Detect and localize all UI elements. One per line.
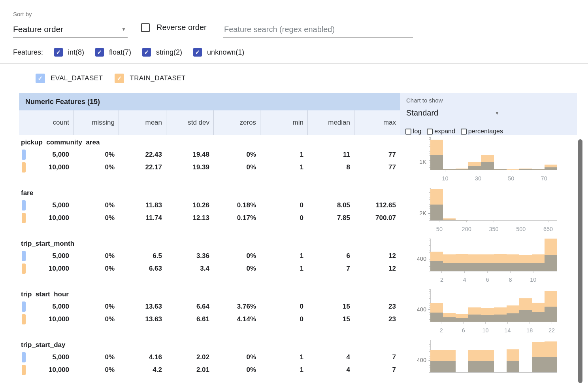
stat-missing: 0%	[73, 364, 119, 376]
chart-option-percentages[interactable]: percentages	[461, 128, 503, 135]
feature-stats: trip_start_hour5,0000%13.636.643.76%0152…	[19, 287, 400, 337]
checkbox-unchecked-icon[interactable]	[405, 129, 411, 135]
dataset-toggle-eval[interactable]: ✓EVAL_DATASET	[36, 74, 103, 83]
train-dataset-marker	[22, 162, 26, 173]
reverse-order-toggle[interactable]: Reverse order	[141, 23, 207, 32]
checkbox-checked-icon[interactable]: ✓	[95, 48, 104, 57]
feature-search-input[interactable]	[223, 21, 413, 38]
stat-median: 6	[307, 250, 354, 262]
svg-text:8: 8	[509, 277, 512, 283]
column-header-count: count	[19, 110, 73, 135]
stat-missing: 0%	[73, 148, 119, 161]
checkbox-checked-icon[interactable]: ✓	[142, 48, 151, 57]
svg-text:2: 2	[440, 277, 443, 283]
checkbox-unchecked-icon[interactable]	[427, 129, 433, 135]
stat-median: 11	[307, 148, 354, 161]
chart-controls-panel: Chart to show Standard ▼ logexpandpercen…	[400, 93, 577, 135]
feature-type-filter-int[interactable]: ✓int(8)	[54, 48, 84, 57]
stat-median: 8	[307, 161, 354, 174]
train-stats-row: 10,0000%11.7412.130.17%07.85700.07	[19, 212, 400, 224]
train-stats-row: 10,0000%13.636.614.14%01523	[19, 313, 400, 326]
checkbox-checked-icon[interactable]: ✓	[115, 74, 124, 83]
stat-median: 4	[307, 364, 354, 376]
stat-max: 12	[354, 262, 400, 275]
checkbox-checked-icon[interactable]: ✓	[36, 74, 45, 83]
stat-max: 23	[354, 300, 400, 313]
stat-missing: 0%	[73, 199, 119, 212]
checkbox-unchecked-icon[interactable]	[461, 129, 467, 135]
histogram-svg: 2K50200350500650	[400, 186, 577, 236]
stat-std-dev: 19.48	[166, 148, 213, 161]
scrollbar-thumb[interactable]	[578, 139, 582, 383]
sort-by-select[interactable]: Feature order ▼	[13, 21, 128, 38]
stat-zeros: 0%	[213, 250, 260, 262]
svg-text:14: 14	[504, 327, 511, 334]
stat-missing: 0%	[73, 212, 119, 224]
histogram-svg: 400	[400, 337, 577, 383]
reverse-order-checkbox[interactable]	[141, 23, 150, 32]
dropdown-caret-icon: ▼	[121, 27, 128, 32]
dataset-legend: ✓EVAL_DATASET✓TRAIN_DATASET	[0, 64, 588, 93]
eval-stats-row: 5,0000%4.162.020%147	[19, 351, 400, 364]
column-header-std-dev: std dev	[166, 110, 213, 135]
eval-dataset-marker	[22, 352, 26, 362]
dataset-toggle-train[interactable]: ✓TRAIN_DATASET	[115, 74, 186, 83]
stat-count: 5,000	[19, 300, 73, 313]
feature-histogram-chart[interactable]: 1K10305070	[400, 135, 577, 186]
train-stats-row: 10,0000%22.1719.390%1877	[19, 161, 400, 174]
sort-by-label: Sort by	[13, 11, 32, 17]
svg-text:50: 50	[508, 175, 514, 182]
stat-min: 1	[260, 262, 307, 275]
stat-count: 10,000	[19, 212, 73, 224]
svg-text:350: 350	[489, 226, 498, 232]
stat-mean: 13.63	[119, 300, 166, 313]
column-header-missing: missing	[73, 110, 119, 135]
stat-zeros: 0.18%	[213, 199, 260, 212]
eval-dataset-marker	[22, 150, 26, 160]
feature-type-filter-unknown[interactable]: ✓unknown(1)	[193, 48, 244, 57]
stat-min: 0	[260, 300, 307, 313]
stat-min: 0	[260, 199, 307, 212]
checkbox-checked-icon[interactable]: ✓	[54, 48, 63, 57]
stat-mean: 11.83	[119, 199, 166, 212]
feature-histogram-chart[interactable]: 4002610141822	[400, 287, 577, 337]
stat-count: 5,000	[19, 199, 73, 212]
stat-zeros: 0%	[213, 161, 260, 174]
checkbox-checked-icon[interactable]: ✓	[193, 48, 202, 57]
svg-text:400: 400	[417, 357, 426, 363]
feature-type-filter-float[interactable]: ✓float(7)	[95, 48, 131, 57]
feature-type-filter-row: Features: ✓int(8)✓float(7)✓string(2)✓unk…	[0, 41, 588, 64]
feature-histogram-chart[interactable]: 400	[400, 337, 577, 383]
feature-histogram-chart[interactable]: 400246810	[400, 236, 577, 287]
stat-median: 15	[307, 300, 354, 313]
chart-option-log[interactable]: log	[405, 128, 421, 135]
chart-option-expand[interactable]: expand	[427, 128, 455, 135]
stat-zeros: 0%	[213, 262, 260, 275]
stat-median: 8.05	[307, 199, 354, 212]
chart-type-select[interactable]: Standard ▼	[406, 106, 501, 120]
stat-min: 0	[260, 212, 307, 224]
svg-text:30: 30	[475, 175, 481, 182]
eval-dataset-marker	[22, 200, 26, 210]
stat-std-dev: 3.4	[166, 262, 213, 275]
numeric-features-header: Numeric Features (15) countmissingmeanst…	[19, 93, 400, 135]
column-header-max: max	[354, 110, 400, 135]
svg-text:650: 650	[543, 226, 553, 232]
chart-option-label: percentages	[468, 128, 503, 135]
stat-count: 10,000	[19, 364, 73, 376]
stat-std-dev: 10.26	[166, 199, 213, 212]
toolbar: Sort by Feature order ▼ Reverse order	[0, 0, 588, 41]
vertical-scrollbar[interactable]	[578, 139, 583, 383]
feature-histogram-chart[interactable]: 2K50200350500650	[400, 186, 577, 236]
stat-max: 700.07	[354, 212, 400, 224]
stat-max: 7	[354, 351, 400, 364]
stat-zeros: 0.17%	[213, 212, 260, 224]
svg-text:10: 10	[482, 327, 488, 334]
stat-std-dev: 19.39	[166, 161, 213, 174]
svg-text:50: 50	[436, 226, 443, 232]
stat-missing: 0%	[73, 351, 119, 364]
stat-median: 7.85	[307, 212, 354, 224]
svg-text:22: 22	[548, 327, 555, 334]
feature-type-filter-string[interactable]: ✓string(2)	[142, 48, 182, 57]
feature-type-label: int(8)	[68, 48, 84, 57]
